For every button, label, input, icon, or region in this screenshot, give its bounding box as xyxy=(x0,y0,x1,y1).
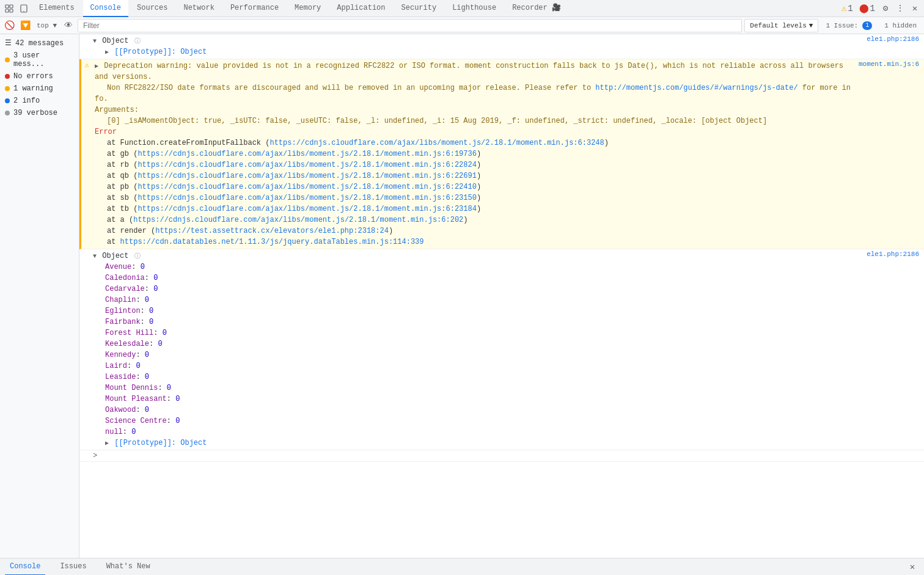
sidebar-item-warnings[interactable]: 1 warning xyxy=(0,82,79,95)
warn-badge: ⚠1 xyxy=(839,2,856,15)
stack-line-9: at https://cdn.datatables.net/1.11.3/js/… xyxy=(95,238,424,246)
console-prompt: > xyxy=(90,450,102,461)
obj2-info: ⓘ xyxy=(134,253,141,260)
stack-line-7: at a (https://cdnjs.cloudflare.com/ajax/… xyxy=(95,216,468,224)
sidebar-item-all[interactable]: ☰ 42 messages xyxy=(0,37,79,49)
user-dot xyxy=(5,57,10,62)
bottom-bar: Console Issues What's New ✕ xyxy=(0,558,924,575)
warning-arg0: [0] _isAMomentObject: true, _isUTC: fals… xyxy=(95,117,767,125)
tab-console[interactable]: Console xyxy=(83,0,128,17)
console-prompt-row: > xyxy=(79,450,924,462)
eye-icon[interactable]: 👁 xyxy=(62,19,75,32)
row-content-obj2: ▼ Object ⓘ Avenue: 0 Caledonia: 0 Cedarv… xyxy=(90,249,862,450)
sidebar: ☰ 42 messages 3 user mess... No errors 1… xyxy=(0,34,79,558)
tab-network[interactable]: Network xyxy=(176,0,221,17)
svg-rect-3 xyxy=(10,9,13,12)
stack-line-0: at Function.createFromInputFallback (htt… xyxy=(95,139,609,147)
top-context[interactable]: top ▼ xyxy=(34,19,59,32)
stack-line-8: at render (https://test.assettrack.cx/el… xyxy=(95,227,393,235)
hidden-count: 1 hidden xyxy=(879,19,922,32)
console-row-obj2: ▼ Object ⓘ Avenue: 0 Caledonia: 0 Cedarv… xyxy=(79,249,924,450)
console-toolbar: 🚫 🔽 top ▼ 👁 Default levels ▼ 1 Issue: 1 … xyxy=(0,17,924,34)
obj1-prototype: ▶ [[Prototype]]: Object xyxy=(93,46,859,57)
stack-line-2: at rb (https://cdnjs.cloudflare.com/ajax… xyxy=(95,161,481,169)
warning-message: Deprecation warning: value provided is n… xyxy=(95,62,843,81)
more-icon[interactable]: ⋮ xyxy=(893,2,907,15)
filter-box xyxy=(78,19,742,32)
tab-memory[interactable]: Memory xyxy=(287,0,328,17)
sidebar-item-verbose[interactable]: 39 verbose xyxy=(0,107,79,119)
row-icon xyxy=(79,34,90,59)
svg-rect-2 xyxy=(6,9,9,12)
warning-link[interactable]: http://momentjs.com/guides/#/warnings/js… xyxy=(595,84,798,92)
svg-rect-0 xyxy=(6,5,9,8)
warning-error-label: Error xyxy=(95,128,117,136)
row-icon-obj2 xyxy=(79,249,90,450)
row-content-warning: ▶ Deprecation warning: value provided is… xyxy=(92,59,854,249)
tab-security[interactable]: Security xyxy=(394,0,444,17)
console-output: ▼ Object ⓘ ▶ [[Prototype]]: Object ele1.… xyxy=(79,34,924,558)
filter-icon[interactable]: 🔽 xyxy=(18,19,32,32)
stack-line-6: at tb (https://cdnjs.cloudflare.com/ajax… xyxy=(95,205,481,213)
prompt-icon xyxy=(79,450,90,461)
stack-line-1: at gb (https://cdnjs.cloudflare.com/ajax… xyxy=(95,150,481,158)
proto-expand[interactable]: ▶ xyxy=(105,49,109,56)
filter-input[interactable] xyxy=(81,20,739,32)
row-content-obj1: ▼ Object ⓘ ▶ [[Prototype]]: Object xyxy=(90,34,862,59)
verbose-dot xyxy=(5,111,10,115)
warning-icon: ⚠ xyxy=(81,59,92,249)
bottom-tab-console[interactable]: Console xyxy=(5,559,45,576)
warning-source[interactable]: moment.min.js:6 xyxy=(854,59,924,69)
warning-message2: Non RFC2822/ISO date formats are discour… xyxy=(95,84,591,92)
inspect-icon[interactable] xyxy=(2,2,16,15)
console-row-obj1: ▼ Object ⓘ ▶ [[Prototype]]: Object ele1.… xyxy=(79,34,924,59)
info-dot xyxy=(5,98,10,103)
bottom-tab-whatsnew[interactable]: What's New xyxy=(101,559,155,576)
clear-icon[interactable]: 🚫 xyxy=(2,19,16,32)
sidebar-item-user[interactable]: 3 user mess... xyxy=(0,49,79,70)
obj-info: ⓘ xyxy=(134,38,141,45)
obj2-label: Object xyxy=(102,252,128,260)
stack-line-5: at sb (https://cdnjs.cloudflare.com/ajax… xyxy=(95,194,481,202)
obj2-source[interactable]: ele1.php:2186 xyxy=(862,249,924,259)
tab-recorder[interactable]: Recorder 🎥 xyxy=(505,0,568,17)
devtools-tabs: Elements Console Sources Network Perform… xyxy=(0,0,924,17)
close-icon[interactable]: ✕ xyxy=(908,2,922,15)
obj-label: Object xyxy=(102,37,128,45)
tab-sources[interactable]: Sources xyxy=(130,0,175,17)
warning-expand[interactable]: ▶ xyxy=(95,63,98,70)
close-bottom-icon[interactable]: ✕ xyxy=(906,560,919,574)
expand-arrow[interactable]: ▼ xyxy=(93,38,97,45)
svg-point-5 xyxy=(23,10,24,11)
tab-elements[interactable]: Elements xyxy=(32,0,82,17)
issue-count: 1 Issue: 1 xyxy=(821,19,877,32)
prototype-link-obj2[interactable]: [[Prototype]]: Object xyxy=(114,439,207,447)
levels-dropdown[interactable]: Default levels ▼ xyxy=(744,19,818,32)
proto-expand-obj2[interactable]: ▶ xyxy=(105,440,109,447)
tab-application[interactable]: Application xyxy=(329,0,392,17)
prototype-link[interactable]: [[Prototype]]: Object xyxy=(114,48,207,56)
tab-performance[interactable]: Performance xyxy=(223,0,286,17)
mobile-icon[interactable] xyxy=(17,2,31,15)
tab-lighthouse[interactable]: Lighthouse xyxy=(445,0,504,17)
warning-arguments: Arguments: xyxy=(95,106,139,114)
expand-arrow-obj2[interactable]: ▼ xyxy=(93,253,97,260)
error-badge: ⬤1 xyxy=(857,2,878,15)
bottom-tab-issues[interactable]: Issues xyxy=(55,559,91,576)
stack-line-3: at qb (https://cdnjs.cloudflare.com/ajax… xyxy=(95,172,481,180)
main-area: ☰ 42 messages 3 user mess... No errors 1… xyxy=(0,34,924,558)
sidebar-item-info[interactable]: 2 info xyxy=(0,95,79,107)
svg-rect-1 xyxy=(10,5,13,8)
prompt-arrow: > xyxy=(93,452,97,460)
console-row-warning: ⚠ ▶ Deprecation warning: value provided … xyxy=(79,59,924,249)
stack-line-4: at pb (https://cdnjs.cloudflare.com/ajax… xyxy=(95,183,481,191)
error-dot xyxy=(5,74,10,79)
issue-badge: 1 xyxy=(862,21,872,30)
obj1-source[interactable]: ele1.php:2186 xyxy=(862,34,924,44)
sidebar-item-errors[interactable]: No errors xyxy=(0,70,79,82)
settings-icon[interactable]: ⚙ xyxy=(879,2,892,15)
warning-dot xyxy=(5,86,10,91)
obj2-props: Avenue: 0 Caledonia: 0 Cedarvale: 0 Chap… xyxy=(93,262,859,449)
